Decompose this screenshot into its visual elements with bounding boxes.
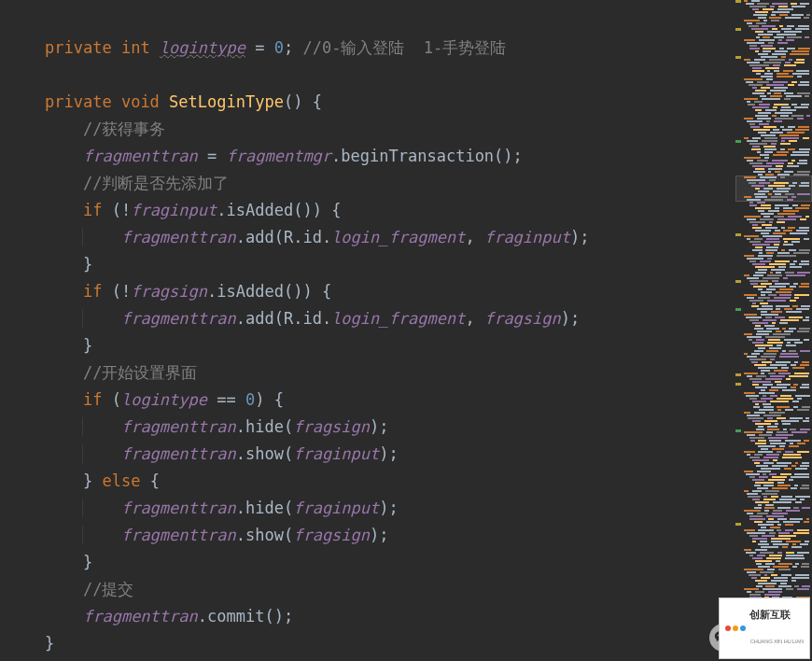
code-line: } <box>45 336 92 355</box>
code-line: fragmenttran.hide(fraginput); <box>45 499 399 517</box>
code-line: if (!fraginput.isAdded()) { <box>45 201 341 219</box>
code-line: private void SetLoginType() { <box>45 92 322 111</box>
code-line: } <box>45 255 92 274</box>
logo-cn: 创新互联 <box>749 601 804 628</box>
code-line: fragmenttran.show(fragsign); <box>45 526 389 544</box>
code-line: fragmenttran.add(R.id.login_fragment, fr… <box>45 309 580 328</box>
code-area[interactable]: private int logintype = 0; //0-输入登陆 1-手势… <box>0 0 735 661</box>
logo-dots-icon <box>725 626 746 631</box>
logo-badge: 创新互联 CHUANG XIN HU LIAN <box>719 598 810 659</box>
minimap[interactable] <box>735 0 812 661</box>
code-line: fragmenttran.hide(fragsign); <box>45 417 389 436</box>
logo-en: CHUANG XIN HU LIAN <box>749 628 804 655</box>
code-line: fragmenttran.commit(); <box>45 607 293 626</box>
code-line: } else { <box>45 471 160 490</box>
code-line: //判断是否先添加了 <box>45 174 229 192</box>
code-line: //开始设置界面 <box>45 363 197 382</box>
minimap-content <box>741 0 812 616</box>
code-line: if (logintype == 0) { <box>45 390 284 409</box>
code-line: //获得事务 <box>45 120 165 138</box>
code-line: fragmenttran = fragmentmgr.beginTransact… <box>45 147 523 165</box>
code-line: fragmenttran.add(R.id.login_fragment, fr… <box>45 228 590 246</box>
code-line: //提交 <box>45 580 133 598</box>
code-line: fragmenttran.show(fraginput); <box>45 444 399 463</box>
code-line: } <box>45 553 92 571</box>
code-editor: private int logintype = 0; //0-输入登陆 1-手势… <box>0 0 812 661</box>
code-line: if (!fragsign.isAdded()) { <box>45 282 331 301</box>
code-line: } <box>45 634 54 653</box>
code-line: private int logintype = 0; //0-输入登陆 1-手势… <box>45 38 506 57</box>
